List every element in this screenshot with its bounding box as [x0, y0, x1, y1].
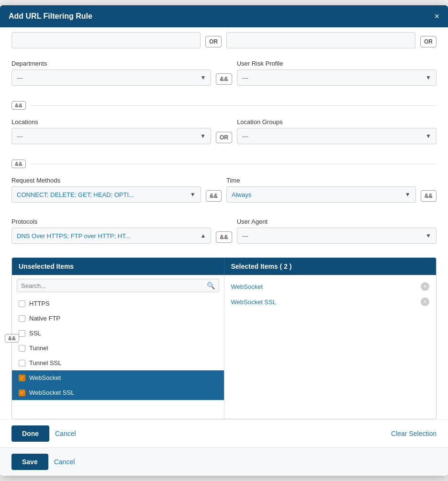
- selected-header: Selected Items ( 2 ): [224, 258, 437, 275]
- and-divider-2: &&: [0, 158, 448, 170]
- request-methods-section: Request Methods CONNECT; DELETE; GET; HE…: [0, 170, 448, 216]
- remove-websocket-ssl-button[interactable]: ×: [421, 298, 429, 306]
- checkbox-native-ftp[interactable]: [19, 315, 25, 322]
- departments-section: Departments --- ▼ && User Risk Profile -…: [0, 53, 448, 99]
- protocols-field: Protocols DNS Over HTTPS; FTP over HTTP;…: [11, 218, 211, 244]
- list-item-ssl[interactable]: SSL: [12, 326, 224, 341]
- departments-select[interactable]: --- ▼: [11, 69, 211, 86]
- protocols-dropdown-wrapper: && Unselected Items Selected Items ( 2 )…: [0, 257, 448, 419]
- request-methods-select[interactable]: CONNECT; DELETE; GET; HEAD; OPTI... ▼: [11, 186, 201, 203]
- chevron-down-icon-5: ▼: [190, 191, 196, 198]
- list-item-tunnel[interactable]: Tunnel: [12, 341, 224, 355]
- or-badge-top2[interactable]: OR: [420, 36, 437, 47]
- modal-title: Add URL Filtering Rule: [9, 12, 92, 21]
- user-risk-profile-label: User Risk Profile: [237, 60, 437, 67]
- protocols-select[interactable]: DNS Over HTTPS; FTP over HTTP; HT... ▲: [11, 228, 211, 244]
- search-box[interactable]: 🔍: [17, 279, 219, 292]
- locations-row: Locations --- ▼ OR Location Groups --- ▼: [11, 118, 437, 144]
- location-groups-select[interactable]: --- ▼: [237, 128, 437, 144]
- departments-label: Departments: [11, 60, 211, 67]
- modal-footer: Save Cancel: [0, 447, 448, 476]
- time-field: Time Always ▼: [226, 177, 416, 203]
- selected-item-websocket-ssl-label: WebSocket SSL: [231, 298, 276, 306]
- checkbox-ssl[interactable]: [19, 330, 25, 337]
- checkbox-https[interactable]: [19, 300, 25, 307]
- user-agent-label: User Agent: [237, 218, 437, 225]
- and-badge-3[interactable]: &&: [421, 190, 437, 202]
- request-methods-label: Request Methods: [11, 177, 201, 184]
- list-item-websocket-ssl[interactable]: WebSocket SSL: [12, 385, 224, 400]
- save-button[interactable]: Save: [11, 454, 48, 470]
- chevron-down-icon-4: ▼: [426, 133, 431, 139]
- unselected-item-list: HTTPS Native FTP SSL: [12, 296, 224, 419]
- and-badge-2[interactable]: &&: [206, 190, 222, 202]
- add-url-filtering-rule-modal: Add URL Filtering Rule × OR OR Departmen…: [0, 5, 448, 476]
- chevron-down-icon-7: ▼: [426, 232, 431, 239]
- user-agent-field: User Agent --- ▼: [237, 218, 437, 244]
- protocols-row: Protocols DNS Over HTTPS; FTP over HTTP;…: [11, 218, 437, 244]
- dropdown-panel-header: Unselected Items Selected Items ( 2 ): [12, 258, 436, 275]
- search-icon: 🔍: [207, 282, 215, 289]
- clear-selection-button[interactable]: Clear Selection: [391, 430, 437, 437]
- selected-item-websocket-ssl: WebSocket SSL ×: [224, 294, 437, 309]
- list-item-https[interactable]: HTTPS: [12, 296, 224, 311]
- selected-item-websocket-label: WebSocket: [231, 283, 263, 290]
- search-input[interactable]: [21, 282, 207, 289]
- dropdown-footer: Done Cancel Clear Selection: [0, 419, 448, 447]
- divider-line-2: [31, 164, 437, 164]
- location-groups-label: Location Groups: [237, 118, 437, 126]
- checkbox-tunnel[interactable]: [19, 345, 25, 352]
- locations-section: Locations --- ▼ OR Location Groups --- ▼: [0, 112, 448, 158]
- modal-header: Add URL Filtering Rule ×: [0, 5, 448, 27]
- and-divider-badge-2[interactable]: &&: [11, 160, 26, 168]
- list-item-websocket[interactable]: WebSocket: [12, 370, 224, 385]
- modal-body: OR OR Departments --- ▼ && User Risk Pro…: [0, 27, 448, 447]
- cancel-dropdown-button[interactable]: Cancel: [55, 430, 76, 437]
- locations-label: Locations: [11, 118, 211, 126]
- unselected-panel: 🔍 HTTPS Native FTP: [12, 275, 224, 419]
- locations-select[interactable]: --- ▼: [11, 128, 211, 144]
- and-badge-1[interactable]: &&: [216, 73, 232, 85]
- user-agent-select[interactable]: --- ▼: [237, 228, 437, 244]
- close-button[interactable]: ×: [434, 12, 439, 21]
- chevron-up-icon: ▲: [200, 232, 206, 239]
- checkbox-websocket[interactable]: [19, 375, 25, 381]
- unselected-header: Unselected Items: [12, 258, 224, 275]
- cancel-main-button[interactable]: Cancel: [54, 458, 75, 466]
- dropdown-panel: Unselected Items Selected Items ( 2 ) 🔍: [11, 257, 437, 419]
- chevron-down-icon-2: ▼: [426, 74, 431, 81]
- time-select[interactable]: Always ▼: [226, 186, 416, 203]
- selected-item-websocket: WebSocket ×: [224, 279, 437, 294]
- user-risk-profile-field: User Risk Profile --- ▼: [237, 60, 437, 86]
- request-methods-row: Request Methods CONNECT; DELETE; GET; HE…: [11, 177, 437, 203]
- chevron-down-icon: ▼: [200, 74, 206, 81]
- or-badge-middle[interactable]: OR: [216, 132, 232, 143]
- or-badge-top[interactable]: OR: [205, 36, 222, 47]
- dropdown-panel-body: 🔍 HTTPS Native FTP: [12, 275, 436, 419]
- top-or-row: OR OR: [0, 27, 448, 53]
- and-badge-4[interactable]: &&: [216, 231, 232, 243]
- checkbox-tunnel-ssl[interactable]: [19, 360, 25, 366]
- selected-panel: WebSocket × WebSocket SSL ×: [224, 275, 437, 419]
- and-divider-badge-left[interactable]: &&: [5, 334, 19, 343]
- departments-field: Departments --- ▼: [11, 60, 211, 86]
- remove-websocket-button[interactable]: ×: [421, 282, 429, 291]
- protocols-section: Protocols DNS Over HTTPS; FTP over HTTP;…: [0, 216, 448, 257]
- user-risk-profile-select[interactable]: --- ▼: [237, 69, 437, 86]
- departments-row: Departments --- ▼ && User Risk Profile -…: [11, 60, 437, 86]
- time-label: Time: [226, 177, 416, 184]
- list-item-tunnel-ssl[interactable]: Tunnel SSL: [12, 355, 224, 370]
- chevron-down-icon-6: ▼: [405, 191, 411, 198]
- locations-field: Locations --- ▼: [11, 118, 211, 144]
- and-divider-1: &&: [0, 99, 448, 112]
- checkbox-websocket-ssl[interactable]: [19, 389, 25, 396]
- protocols-label: Protocols: [11, 218, 211, 225]
- chevron-down-icon-3: ▼: [200, 133, 206, 139]
- divider-line-1: [31, 105, 437, 106]
- done-button[interactable]: Done: [11, 425, 49, 442]
- location-groups-field: Location Groups --- ▼: [237, 118, 437, 144]
- list-item-native-ftp[interactable]: Native FTP: [12, 311, 224, 326]
- and-divider-badge-1[interactable]: &&: [11, 101, 26, 110]
- request-methods-field: Request Methods CONNECT; DELETE; GET; HE…: [11, 177, 201, 203]
